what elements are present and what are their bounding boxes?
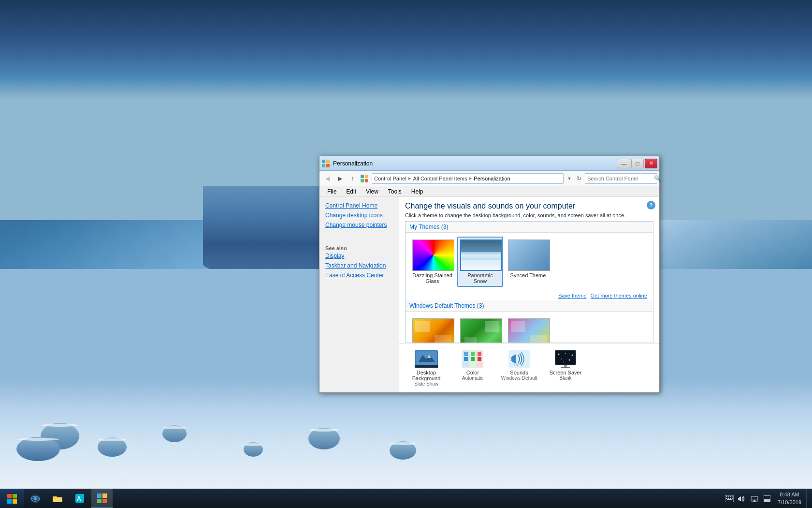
pers-desktop-background[interactable]: Desktop Background Slide Show <box>405 347 448 388</box>
taskbar-right: 8:48 AM 7/10/2019 <box>724 489 812 508</box>
action-center-tray-icon[interactable] <box>761 489 773 508</box>
minimize-button[interactable]: — <box>618 159 630 168</box>
menu-file[interactable]: File <box>323 187 340 196</box>
menu-help[interactable]: Help <box>407 187 427 196</box>
rock <box>390 441 416 460</box>
up-button[interactable]: ↑ <box>347 173 358 184</box>
svg-point-35 <box>569 359 570 361</box>
address-arrow-1: ► <box>407 176 412 181</box>
svg-rect-38 <box>561 367 570 368</box>
taskbar-store[interactable]: A <box>69 489 90 508</box>
screen-saver-icon <box>553 349 578 369</box>
maximize-button[interactable]: □ <box>631 159 644 168</box>
pers-screen-saver-sublabel: Blank <box>559 375 571 381</box>
get-more-themes-link[interactable]: Get more themes online <box>591 293 647 299</box>
sidebar-link-home[interactable]: Control Panel Home <box>319 201 399 210</box>
svg-text:A: A <box>77 495 81 502</box>
forward-button[interactable]: ▶ <box>334 173 346 184</box>
themes-scroll-area[interactable]: My Themes (3) Dazzling Stained Glass <box>405 221 653 343</box>
sounds-icon: ♪♫ <box>507 349 531 369</box>
pers-desktop-background-sublabel: Slide Show <box>414 381 438 387</box>
clock-time: 8:48 AM <box>780 491 799 498</box>
menu-edit[interactable]: Edit <box>342 187 360 196</box>
svg-rect-50 <box>97 493 102 498</box>
back-button[interactable]: ◀ <box>321 173 333 184</box>
sidebar-link-taskbar[interactable]: Taskbar and Navigation <box>319 261 399 270</box>
svg-rect-0 <box>322 160 325 163</box>
pers-sounds[interactable]: ♪♫ Sounds Windows Default <box>498 347 540 388</box>
theme-panoramic-snow[interactable]: Panoramic Snow <box>457 237 503 287</box>
keyboard-tray-icon[interactable] <box>724 489 735 508</box>
svg-rect-47 <box>53 497 62 502</box>
clock-date: 7/10/2019 <box>778 499 801 506</box>
svg-rect-51 <box>102 493 107 498</box>
sidebar-link-display[interactable]: Display <box>319 251 399 261</box>
theme-windows-3[interactable]: Windows <box>505 315 551 343</box>
address-part-2: All Control Panel Items <box>413 176 467 181</box>
svg-rect-1 <box>326 160 330 163</box>
taskbar-ie[interactable] <box>25 489 46 508</box>
desktop-background-icon <box>414 349 438 369</box>
search-box[interactable]: 🔍 <box>585 173 657 184</box>
theme-windows-2[interactable]: Windows <box>457 315 503 343</box>
network-tray-icon[interactable] <box>749 489 760 508</box>
svg-rect-63 <box>727 499 732 500</box>
pers-color[interactable]: Color Automatic <box>451 347 494 388</box>
titlebar-icon <box>321 159 330 168</box>
svg-rect-57 <box>730 496 731 497</box>
menu-tools[interactable]: Tools <box>384 187 406 196</box>
menu-view[interactable]: View <box>362 187 382 196</box>
theme-synced[interactable]: Synced Theme <box>505 237 551 287</box>
taskbar-folder[interactable] <box>47 489 68 508</box>
close-button[interactable]: ✕ <box>645 159 657 168</box>
pers-sounds-sublabel: Windows Default <box>501 375 537 381</box>
theme-thumbnail-win3 <box>508 318 550 343</box>
sidebar-link-desktop-icons[interactable]: Change desktop icons <box>319 210 399 220</box>
svg-rect-55 <box>726 496 727 497</box>
svg-rect-5 <box>365 175 368 178</box>
refresh-button[interactable]: ↻ <box>574 173 584 184</box>
sidebar-link-ease[interactable]: Ease of Access Center <box>319 270 399 280</box>
windows-themes-header[interactable]: Windows Default Themes (3) <box>406 300 653 312</box>
content-title: Change the visuals and sounds on your co… <box>405 202 653 210</box>
svg-rect-71 <box>764 499 770 502</box>
desktop: Personalization — □ ✕ ◀ ▶ ↑ Control Pane… <box>0 0 812 508</box>
titlebar: Personalization — □ ✕ <box>319 156 659 171</box>
rock <box>16 437 60 461</box>
search-input[interactable] <box>587 176 654 181</box>
content-area: ? Change the visuals and sounds on your … <box>399 197 659 392</box>
svg-rect-21 <box>471 352 475 356</box>
personalization-bar: Desktop Background Slide Show <box>399 343 659 392</box>
theme-thumbnail-dazzling <box>412 239 454 271</box>
svg-rect-4 <box>361 175 364 178</box>
my-themes-grid: Dazzling Stained Glass <box>406 233 653 291</box>
taskbar-control-panel[interactable] <box>91 489 113 508</box>
address-part-1: Control Panel <box>374 176 406 181</box>
save-theme-link[interactable]: Save theme <box>558 293 587 299</box>
svg-rect-68 <box>754 500 755 502</box>
navbar: ◀ ▶ ↑ Control Panel ► All Control Panel … <box>319 171 659 186</box>
svg-point-36 <box>563 361 564 362</box>
svg-rect-3 <box>326 164 330 167</box>
address-bar[interactable]: Control Panel ► All Control Panel Items … <box>372 173 564 184</box>
sidebar-link-mouse-pointers[interactable]: Change mouse pointers <box>319 220 399 230</box>
start-button[interactable] <box>0 489 24 508</box>
svg-rect-39 <box>7 494 12 498</box>
volume-tray-icon[interactable] <box>736 489 748 508</box>
pers-desktop-background-label: Desktop Background <box>407 370 446 381</box>
svg-rect-53 <box>102 499 107 503</box>
theme-windows-1[interactable]: Windows <box>409 315 455 343</box>
theme-dazzling-stained-glass[interactable]: Dazzling Stained Glass <box>409 237 455 287</box>
my-themes-header[interactable]: My Themes (3) <box>406 222 653 233</box>
svg-rect-65 <box>738 498 739 500</box>
menubar: File Edit View Tools Help <box>319 186 659 197</box>
svg-rect-56 <box>728 496 729 497</box>
clock[interactable]: 8:48 AM 7/10/2019 <box>774 489 805 508</box>
address-icon <box>360 174 369 183</box>
help-icon[interactable]: ? <box>647 201 655 209</box>
address-dropdown-button[interactable]: ▼ <box>566 173 573 184</box>
pers-screen-saver[interactable]: Screen Saver Blank <box>544 347 587 388</box>
rock <box>308 428 340 449</box>
show-desktop-button[interactable] <box>806 489 810 508</box>
svg-rect-24 <box>478 357 481 361</box>
